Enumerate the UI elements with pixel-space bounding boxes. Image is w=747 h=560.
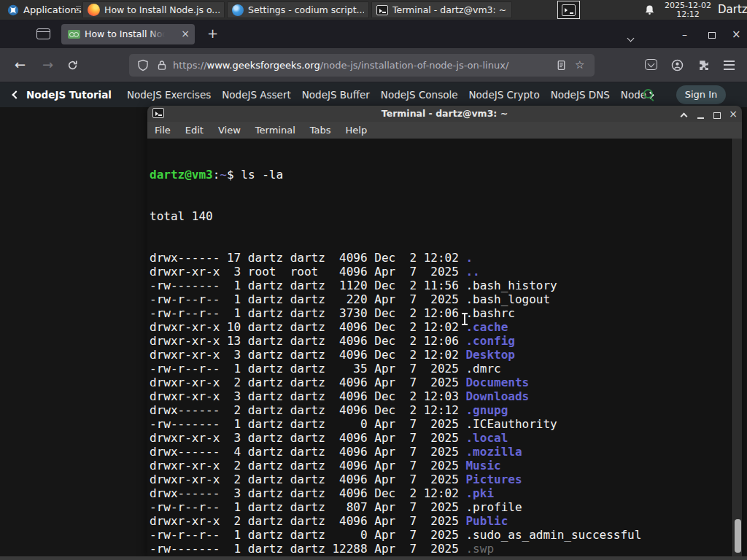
terminal-title: Terminal - dartz@vm3: ~ [147,106,742,122]
new-tab-button[interactable]: + [207,23,218,44]
pocket-icon[interactable] [645,59,657,70]
back-button[interactable]: ← [15,48,26,82]
prompt-user-host: dartz@vm3 [150,168,213,182]
terminal-minimize-button[interactable] [695,108,705,120]
terminal-line: drwxr-xr-x 10 dartz dartz 4096 Dec 2 12:… [150,320,730,334]
panel-user-label[interactable]: Dartz [718,0,747,20]
extensions-puzzle-icon[interactable] [697,59,710,71]
terminal-menu-help[interactable]: Help [346,125,368,136]
terminal-line: -rw-r--r-- 1 dartz dartz 220 Apr 7 2025 … [150,292,730,306]
site-nav-link[interactable]: NodeJS Exercises [127,89,211,101]
url-bar[interactable]: https://www.geeksforgeeks.org/node-js/in… [129,54,595,77]
terminal-close-button[interactable]: × [728,108,738,120]
site-nav-link[interactable]: NodeJS DNS [551,89,610,101]
terminal-line: -rw------- 1 dartz dartz 1120 Dec 2 11:5… [150,279,730,292]
desktop: Applications How to Install Node.js o...… [0,0,747,560]
panel-handle [76,6,81,14]
prompt-dir: ~ [220,168,227,182]
terminal-icon [376,5,388,15]
bookmark-star-icon[interactable]: ☆ [575,54,584,77]
url-domain: www.geeksforgeeks.org [207,60,320,71]
terminal-menubar: FileEditViewTerminalTabsHelp [147,122,742,139]
terminal-line: drwxr-xr-x 3 dartz dartz 4096 Dec 2 12:0… [150,348,730,362]
lock-icon[interactable] [156,59,168,71]
terminal-line: drwxr-xr-x 13 dartz dartz 4096 Dec 2 12:… [150,334,730,348]
terminal-shade-button[interactable] [678,108,689,120]
terminal-line: drwx------ 2 dartz dartz 4096 Dec 2 12:1… [150,403,730,417]
terminal-scrollbar[interactable] [732,139,742,556]
codium-icon [232,4,244,16]
reload-icon[interactable] [67,60,78,71]
terminal-line: drwxr-xr-x 3 root root 4096 Apr 7 2025 .… [150,265,730,279]
site-nav-primary[interactable]: NodeJS Tutorial [26,89,112,101]
url-text: https://www.geeksforgeeks.org/node-js/in… [173,54,508,77]
site-nav-link[interactable]: Node [621,89,646,101]
terminal-line: drwx------ 17 dartz dartz 4096 Dec 2 12:… [150,251,730,265]
account-icon[interactable] [671,59,684,71]
terminal-menu-tabs[interactable]: Tabs [310,125,331,136]
top-panel: Applications How to Install Node.js o...… [0,0,747,20]
firefox-toolbar: ← → https://www.geeksforgeeks.org/node-j… [0,48,747,82]
terminal-menu-view[interactable]: View [218,125,241,136]
firefox-view-icon[interactable] [36,28,50,39]
terminal-line: -rw------- 1 dartz dartz 12288 Apr 7 202… [150,542,730,556]
terminal-menu-edit[interactable]: Edit [185,125,204,136]
site-nav-bar: NodeJS Tutorial NodeJS ExercisesNodeJS A… [0,82,747,107]
prompt-command: $ ls -la [227,168,283,182]
taskbar-button-firefox[interactable]: How to Install Node.js o... [82,1,225,18]
terminal-line: -rw-r--r-- 1 dartz dartz 35 Apr 7 2025 .… [150,362,730,376]
site-nav-link[interactable]: NodeJS Buffer [302,89,370,101]
terminal-line: drwxr-xr-x 2 dartz dartz 4096 Apr 7 2025… [150,514,730,528]
terminal-line: drwxr-xr-x 3 dartz dartz 4096 Apr 7 2025… [150,431,730,445]
window-minimize-button[interactable]: – [682,29,690,39]
forward-button: → [42,48,53,82]
window-close-button[interactable]: × [732,28,741,40]
browser-tab-active[interactable]: How to Install Node.js on × [61,24,195,44]
notification-bell-icon[interactable] [644,4,655,15]
taskbar-button-terminal[interactable]: Terminal - dartz@vm3: ~ [371,1,512,18]
menu-hamburger-icon[interactable] [724,61,735,70]
terminal-line: drwxr-xr-x 2 dartz dartz 4096 Apr 7 2025… [150,376,730,389]
terminal-line: -rw------- 1 dartz dartz 0 Apr 7 2025 .I… [150,417,730,431]
terminal-menu-file[interactable]: File [155,125,171,136]
terminal-icon [562,4,576,16]
terminal-line: drwxr-xr-x 3 dartz dartz 4096 Dec 2 12:0… [150,389,730,403]
applications-menu[interactable]: Applications [3,0,85,20]
taskbar-button-codium[interactable]: Settings - codium script... [227,1,369,18]
url-path: /node-js/installation-of-node-js-on-linu… [320,60,509,71]
reader-view-icon[interactable] [556,59,567,71]
panel-clock[interactable]: 2025-12-02 12:12 [661,1,715,19]
sign-in-button[interactable]: Sign In [676,85,726,104]
terminal-titlebar[interactable]: Terminal - dartz@vm3: ~ × [147,106,742,122]
site-nav-link[interactable]: NodeJS Assert [222,89,291,101]
site-nav-links: NodeJS ExercisesNodeJS AssertNodeJS Buff… [116,89,646,101]
prompt-colon: : [213,168,220,182]
terminal-menu-terminal[interactable]: Terminal [255,125,295,136]
applications-icon [7,4,19,16]
firefox-tab-bar: How to Install Node.js on × + – × [0,20,747,48]
terminal-scrollbar-thumb[interactable] [735,519,741,553]
terminal-line: drwxr-xr-x 2 dartz dartz 4096 Apr 7 2025… [150,459,730,472]
firefox-icon [88,4,100,16]
geeksforgeeks-favicon [68,30,80,39]
list-all-tabs-icon[interactable] [628,30,633,44]
search-icon[interactable] [643,89,653,98]
url-protocol: https:// [173,60,207,71]
terminal-line: -rw-r--r-- 1 dartz dartz 0 Apr 7 2025 .s… [150,528,730,542]
terminal-total-line: total 140 [150,209,730,223]
terminal-listing: drwx------ 17 dartz dartz 4096 Dec 2 12:… [150,251,730,556]
tracking-shield-icon[interactable] [137,59,149,71]
task-label: How to Install Node.js o... [104,4,220,15]
applications-label: Applications [23,4,81,15]
mouse-ibeam-cursor [464,314,465,324]
terminal-launcher[interactable] [557,1,580,19]
terminal-body[interactable]: dartz@vm3:~$ ls -la total 140 drwx------… [147,139,742,556]
terminal-line: drwx------ 3 dartz dartz 4096 Dec 2 12:0… [150,486,730,500]
tab-close-icon[interactable]: × [181,24,190,44]
window-maximize-button[interactable] [708,32,716,39]
terminal-maximize-button[interactable] [712,108,722,120]
site-nav-link[interactable]: NodeJS Console [381,89,458,101]
terminal-line: drwx------ 4 dartz dartz 4096 Apr 7 2025… [150,445,730,459]
site-nav-link[interactable]: NodeJS Crypto [469,89,540,101]
nav-chevron-left-icon[interactable] [12,90,20,98]
